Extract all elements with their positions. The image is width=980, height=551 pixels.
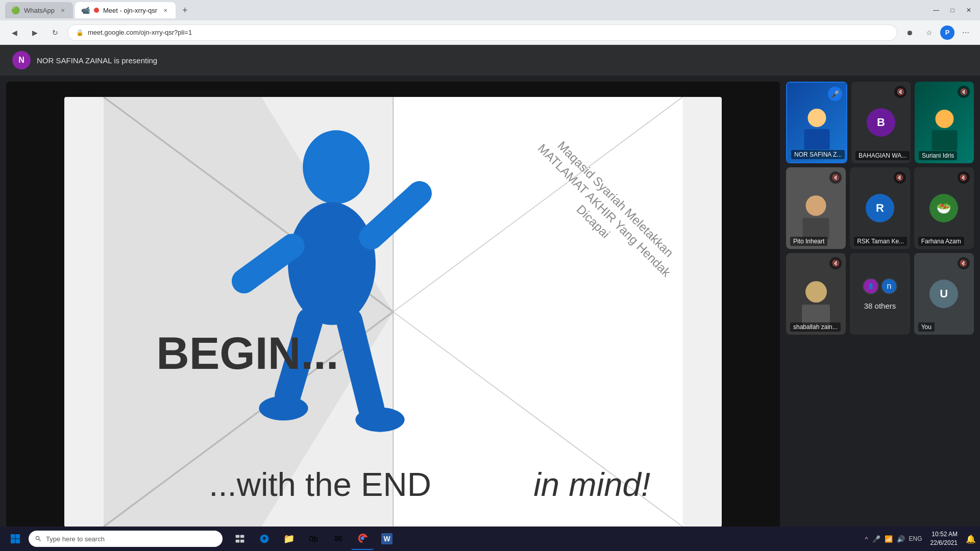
new-tab-button[interactable]: + <box>178 3 192 17</box>
browser-toolbar: ◀ ▶ ↻ 🔒 meet.google.com/ojn-xrry-qsr?pli… <box>0 20 980 45</box>
windows-logo <box>10 534 20 544</box>
taskbar-task-view[interactable] <box>229 528 251 550</box>
screen-share-area: BEGIN... ...with the END in mind! Maqasi… <box>6 82 780 527</box>
others-avatar-1: 👤 <box>863 278 879 294</box>
meet-body: N NOR SAFINA ZAINAL is presenting <box>0 45 980 527</box>
taskbar-search[interactable]: Type here to search <box>29 531 223 547</box>
tile-nor-safina[interactable]: 🎤 NOR SAFINA Z... <box>786 82 847 163</box>
rsk-mute-icon: 🔇 <box>894 171 906 184</box>
slide-svg: BEGIN... ...with the END in mind! Maqasi… <box>64 97 722 527</box>
others-count-label: 38 others <box>864 302 896 310</box>
presenter-avatar: N <box>12 51 31 69</box>
mic-status-icon: 🎤 <box>872 535 880 543</box>
meet-tab-label: Meet - ojn-xrry-qsr <box>103 7 157 14</box>
whatsapp-tab-close[interactable]: ✕ <box>59 6 67 14</box>
tile-38-others[interactable]: 👤 n 38 others <box>850 253 910 335</box>
taskbar-edge[interactable] <box>253 528 276 550</box>
lang-indicator[interactable]: ENG <box>909 535 922 542</box>
close-button[interactable]: ✕ <box>963 4 975 16</box>
you-avatar: U <box>929 280 958 308</box>
edge-icon <box>259 534 270 544</box>
svg-rect-28 <box>236 540 240 543</box>
taskbar-clock[interactable]: 10:52 AM 22/6/2021 <box>926 530 962 547</box>
tile-rsk[interactable]: R 🔇 RSK Taman Ke... <box>850 167 910 249</box>
system-tray: ^ 🎤 📶 🔊 ENG <box>865 535 922 543</box>
chrome-icon <box>357 533 368 543</box>
search-placeholder: Type here to search <box>46 535 105 543</box>
minimize-button[interactable]: — <box>930 4 942 16</box>
svg-text:...with the END: ...with the END <box>209 466 431 503</box>
extensions-button[interactable]: ⋯ <box>958 24 974 41</box>
svg-rect-26 <box>236 535 240 538</box>
taskbar: Type here to search 📁 <box>0 527 980 551</box>
bookmark-button[interactable]: ☆ <box>921 24 937 41</box>
address-bar[interactable]: 🔒 meet.google.com/ojn-xrry-qsr?pli=1 <box>67 24 897 41</box>
svg-rect-27 <box>240 535 244 538</box>
rsk-avatar: R <box>866 194 894 222</box>
mail-icon: ✉ <box>334 533 342 544</box>
tile-farhana[interactable]: 🥗 🔇 Farhana Azam <box>914 167 974 249</box>
svg-point-8 <box>303 131 370 204</box>
svg-point-15 <box>355 408 404 432</box>
url-text: meet.google.com/ojn-xrry-qsr?pli=1 <box>88 29 192 36</box>
pito-name: Pito Inheart <box>790 237 827 246</box>
whatsapp-tab-label: WhatsApp <box>24 7 55 14</box>
taskbar-store[interactable]: 🛍 <box>302 528 325 550</box>
meet-tab-close[interactable]: ✕ <box>161 6 169 14</box>
svg-rect-22 <box>11 534 15 539</box>
screen-record-icon: ⏺ <box>901 24 918 41</box>
up-arrow-icon[interactable]: ^ <box>865 535 868 543</box>
store-icon: 🛍 <box>309 534 318 544</box>
you-mute-icon: 🔇 <box>958 257 970 269</box>
start-button[interactable] <box>4 528 27 550</box>
tile-bahagian[interactable]: B 🔇 BAHAGIAN WA... <box>851 82 911 163</box>
svg-rect-29 <box>240 540 244 543</box>
svg-rect-23 <box>16 534 20 539</box>
tile-you[interactable]: U 🔇 You <box>914 253 974 335</box>
tile-pito[interactable]: 🔇 Pito Inheart <box>786 167 846 249</box>
network-icon[interactable]: 📶 <box>885 535 893 543</box>
speaker-icon[interactable]: 🔊 <box>897 535 905 543</box>
taskbar-mail[interactable]: ✉ <box>327 528 349 550</box>
taskbar-word[interactable]: W <box>376 528 398 550</box>
browser-content: N NOR SAFINA ZAINAL is presenting <box>0 45 980 527</box>
tab-whatsapp[interactable]: 🟢 WhatsApp ✕ <box>5 2 73 18</box>
recording-dot <box>94 8 99 13</box>
farhana-mute-icon: 🔇 <box>958 171 970 184</box>
farhana-avatar: 🥗 <box>929 194 958 222</box>
participant-row-1: 🎤 NOR SAFINA Z... B 🔇 BAHAGIAN WA... <box>786 82 974 163</box>
bahagian-name: BAHAGIAN WA... <box>855 151 910 160</box>
taskbar-chrome[interactable] <box>351 528 374 550</box>
svg-text:BEGIN...: BEGIN... <box>156 328 339 379</box>
svg-point-14 <box>259 396 308 421</box>
speaking-indicator: 🎤 <box>828 87 842 101</box>
taskbar-explorer[interactable]: 📁 <box>278 528 300 550</box>
notification-icon[interactable]: 🔔 <box>966 534 976 544</box>
svg-rect-24 <box>11 539 15 544</box>
svg-point-31 <box>361 537 364 540</box>
tile-suriani[interactable]: 🔇 Suriani Idris <box>915 82 974 163</box>
refresh-button[interactable]: ↻ <box>47 24 63 41</box>
word-icon: W <box>381 533 393 544</box>
back-button[interactable]: ◀ <box>6 24 22 41</box>
svg-text:in mind!: in mind! <box>533 466 650 503</box>
participants-grid: 🎤 NOR SAFINA Z... B 🔇 BAHAGIAN WA... <box>780 82 974 527</box>
meet-tab-icon: 📹 <box>81 6 90 14</box>
svg-rect-25 <box>16 539 20 544</box>
forward-button[interactable]: ▶ <box>27 24 43 41</box>
screen-content: BEGIN... ...with the END in mind! Maqasi… <box>6 82 780 527</box>
window-controls: — □ ✕ <box>930 4 975 16</box>
participant-row-3: 🔇 shaballah zain... 👤 <box>786 253 974 335</box>
profile-button[interactable]: P <box>940 26 954 40</box>
participant-row-2: 🔇 Pito Inheart R 🔇 RSK Taman Ke... <box>786 167 974 249</box>
maximize-button[interactable]: □ <box>946 4 959 16</box>
taskbar-apps: 📁 🛍 ✉ W <box>229 528 398 550</box>
tab-meet[interactable]: 📹 Meet - ojn-xrry-qsr ✕ <box>75 2 176 18</box>
clock-time: 10:52 AM <box>930 530 958 539</box>
tile-shaballah[interactable]: 🔇 shaballah zain... <box>786 253 846 335</box>
taskbar-right: ^ 🎤 📶 🔊 ENG 10:52 AM 22/6/2021 🔔 <box>865 530 976 547</box>
bahagian-mute-icon: 🔇 <box>894 86 906 98</box>
presenting-banner: N NOR SAFINA ZAINAL is presenting <box>0 45 980 76</box>
you-name: You <box>918 322 935 332</box>
suriani-mute-icon: 🔇 <box>958 86 970 98</box>
